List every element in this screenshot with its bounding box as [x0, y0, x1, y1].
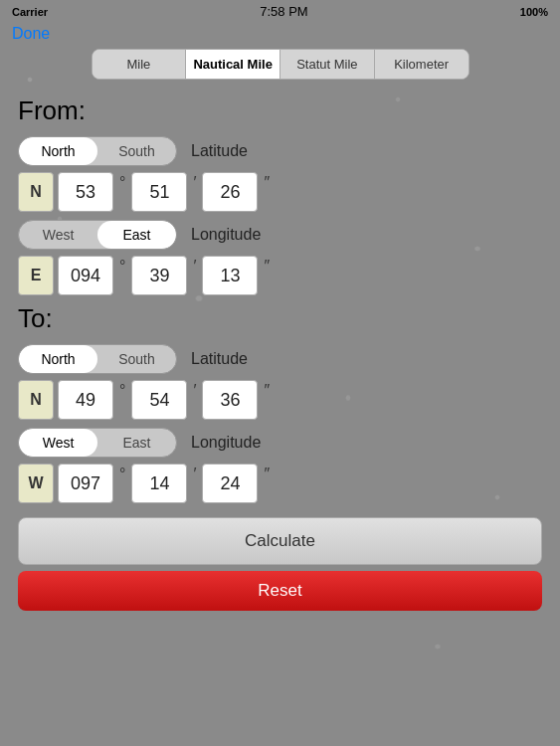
from-lat-min-sym: ′: [193, 172, 196, 192]
done-bar: Done: [0, 23, 560, 49]
to-lon-degrees[interactable]: 097: [58, 464, 113, 503]
from-lon-label: Longitude: [191, 226, 261, 244]
from-lat-seconds[interactable]: 26: [202, 172, 258, 212]
from-lon-sec-sym: ″: [264, 256, 270, 276]
from-lon-seconds[interactable]: 13: [202, 256, 258, 295]
unit-tab-mile[interactable]: Mile: [93, 50, 187, 79]
from-lat-south-btn[interactable]: South: [97, 137, 176, 165]
main-content: Mile Nautical Mile Statut Mile Kilometer…: [0, 49, 560, 611]
from-lon-deg-sym: °: [119, 256, 125, 276]
to-lon-sec-sym: ″: [264, 464, 270, 483]
to-lon-toggle: West East: [18, 428, 177, 458]
from-lat-val-row: N 53 ° 51 ′ 26 ″: [18, 172, 542, 212]
to-lon-west-btn[interactable]: West: [19, 429, 97, 457]
to-lon-dir-row: West East Longitude: [18, 428, 542, 458]
from-longitude-group: West East Longitude E 094 ° 39 ′ 13 ″: [18, 220, 542, 295]
from-lon-val-row: E 094 ° 39 ′ 13 ″: [18, 256, 542, 295]
to-lon-label: Longitude: [191, 434, 261, 452]
from-lat-indicator: N: [18, 172, 54, 212]
to-lon-min-sym: ′: [193, 464, 196, 483]
to-longitude-group: West East Longitude W 097 ° 14 ′ 24 ″: [18, 428, 542, 503]
battery-label: 100%: [520, 6, 548, 18]
unit-selector: Mile Nautical Mile Statut Mile Kilometer: [92, 49, 469, 80]
from-lat-dir-row: North South Latitude: [18, 136, 542, 166]
to-lat-sec-sym: ″: [264, 380, 270, 400]
from-lat-sec-sym: ″: [264, 172, 270, 192]
from-lon-min-sym: ′: [193, 256, 196, 276]
carrier-label: Carrier: [12, 6, 48, 18]
reset-button[interactable]: Reset: [18, 571, 542, 611]
to-lon-east-btn[interactable]: East: [97, 429, 176, 457]
to-lat-minutes[interactable]: 54: [131, 380, 187, 420]
to-lat-south-btn[interactable]: South: [97, 345, 176, 373]
to-lat-north-btn[interactable]: North: [19, 345, 97, 373]
to-lat-dir-row: North South Latitude: [18, 344, 542, 374]
done-button[interactable]: Done: [12, 25, 50, 43]
to-latitude-group: North South Latitude N 49 ° 54 ′ 36 ″: [18, 344, 542, 420]
to-lat-degrees[interactable]: 49: [58, 380, 113, 420]
to-lon-minutes[interactable]: 14: [131, 464, 187, 503]
from-lat-north-btn[interactable]: North: [19, 137, 97, 165]
from-lat-degrees[interactable]: 53: [58, 172, 113, 212]
to-label: To:: [18, 303, 542, 334]
to-lon-val-row: W 097 ° 14 ′ 24 ″: [18, 464, 542, 503]
to-lat-deg-sym: °: [119, 380, 125, 400]
from-latitude-group: North South Latitude N 53 ° 51 ′ 26 ″: [18, 136, 542, 212]
from-lon-indicator: E: [18, 256, 54, 295]
to-lat-seconds[interactable]: 36: [202, 380, 258, 420]
to-lon-seconds[interactable]: 24: [202, 464, 258, 503]
from-lon-degrees[interactable]: 094: [58, 256, 113, 295]
to-lon-indicator: W: [18, 464, 54, 503]
from-label: From:: [18, 95, 542, 126]
status-bar: Carrier 7:58 PM 100%: [0, 0, 560, 23]
from-lon-west-btn[interactable]: West: [19, 221, 97, 249]
from-lon-east-btn[interactable]: East: [97, 221, 176, 249]
calculate-button[interactable]: Calculate: [18, 517, 542, 565]
to-lon-deg-sym: °: [119, 464, 125, 483]
from-lon-dir-row: West East Longitude: [18, 220, 542, 250]
from-lat-minutes[interactable]: 51: [131, 172, 187, 212]
to-lat-min-sym: ′: [193, 380, 196, 400]
unit-tab-nautical[interactable]: Nautical Mile: [186, 50, 280, 79]
to-lat-val-row: N 49 ° 54 ′ 36 ″: [18, 380, 542, 420]
from-lat-label: Latitude: [191, 142, 248, 160]
to-lat-toggle: North South: [18, 344, 177, 374]
calculate-wrap: Calculate: [18, 517, 542, 565]
to-lat-label: Latitude: [191, 350, 248, 368]
from-lon-minutes[interactable]: 39: [131, 256, 187, 295]
time-label: 7:58 PM: [260, 4, 307, 19]
to-lat-indicator: N: [18, 380, 54, 420]
from-lat-deg-sym: °: [119, 172, 125, 192]
from-lat-toggle: North South: [18, 136, 177, 166]
from-lon-toggle: West East: [18, 220, 177, 250]
unit-tab-statut[interactable]: Statut Mile: [280, 50, 375, 79]
unit-tab-kilometer[interactable]: Kilometer: [375, 50, 468, 79]
